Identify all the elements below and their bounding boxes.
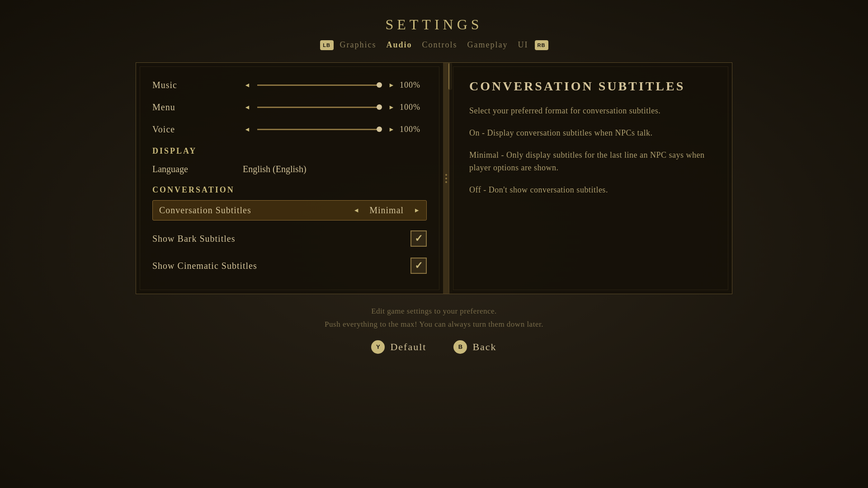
voice-value: 100% — [400, 125, 427, 134]
menu-dec-button[interactable]: ◄ — [243, 104, 252, 111]
voice-slider-container: ◄ ► 100% — [243, 125, 427, 134]
header: SETTINGS LB Graphics Audio Controls Game… — [320, 16, 548, 52]
nav-tabs: LB Graphics Audio Controls Gameplay UI R… — [320, 38, 548, 52]
voice-inc-button[interactable]: ► — [387, 126, 396, 133]
menu-label: Menu — [152, 102, 243, 113]
cinematic-subtitles-label: Show Cinematic Subtitles — [152, 261, 410, 271]
default-badge: Y — [371, 340, 385, 354]
voice-dec-button[interactable]: ◄ — [243, 126, 252, 133]
footer-hint-line1: Edit game settings to your preference. — [325, 305, 543, 318]
voice-label: Voice — [152, 124, 243, 135]
conv-value: Minimal — [364, 205, 409, 216]
info-text-4: Off - Don't show conversation subtitles. — [469, 183, 712, 197]
tab-ui[interactable]: UI — [514, 38, 532, 52]
language-value: English (English) — [243, 164, 307, 174]
cinematic-subtitles-checkbox[interactable]: ✓ — [410, 258, 427, 274]
menu-inc-button[interactable]: ► — [387, 104, 396, 111]
lb-badge[interactable]: LB — [320, 40, 334, 50]
footer-hint: Edit game settings to your preference. P… — [325, 305, 543, 331]
bark-subtitles-checkbox[interactable]: ✓ — [410, 230, 427, 247]
info-text-1: Select your preferred format for convers… — [469, 104, 712, 117]
default-button[interactable]: Y Default — [371, 340, 426, 354]
music-value: 100% — [400, 80, 427, 90]
bark-subtitles-label: Show Bark Subtitles — [152, 234, 410, 244]
cinematic-check-icon: ✓ — [415, 260, 423, 272]
footer-hint-line2: Push everything to the max! You can alwa… — [325, 318, 543, 331]
menu-slider-container: ◄ ► 100% — [243, 103, 427, 112]
divider-dot-3 — [445, 181, 447, 183]
conv-inc-button[interactable]: ► — [414, 207, 420, 214]
info-title: CONVERSATION SUBTITLES — [469, 79, 712, 94]
tab-gameplay[interactable]: Gameplay — [464, 38, 512, 52]
voice-slider-track[interactable] — [257, 129, 382, 130]
music-label: Music — [152, 80, 243, 90]
rb-badge[interactable]: RB — [535, 40, 548, 50]
music-slider-container: ◄ ► 100% — [243, 80, 427, 90]
back-button[interactable]: B Back — [453, 340, 496, 354]
music-inc-button[interactable]: ► — [387, 82, 396, 89]
page-title: SETTINGS — [320, 16, 548, 33]
display-section-header: DISPLAY — [152, 146, 427, 156]
info-text-2: On - Display conversation subtitles when… — [469, 127, 712, 140]
conv-value-container: ◄ Minimal ► — [353, 205, 420, 216]
bottom-buttons: Y Default B Back — [325, 340, 543, 354]
conv-dec-button[interactable]: ◄ — [353, 207, 359, 214]
menu-slider-track[interactable] — [257, 107, 382, 108]
right-panel: CONVERSATION SUBTITLES Select your prefe… — [449, 62, 732, 294]
footer: Edit game settings to your preference. P… — [325, 305, 543, 354]
back-badge: B — [453, 340, 467, 354]
conversation-section-header: CONVERSATION — [152, 185, 427, 195]
conv-subtitles-label: Conversation Subtitles — [159, 205, 353, 216]
music-row: Music ◄ ► 100% — [152, 76, 427, 94]
tab-controls[interactable]: Controls — [419, 38, 461, 52]
page-wrapper: SETTINGS LB Graphics Audio Controls Game… — [0, 0, 868, 488]
language-row: Language English (English) — [152, 161, 427, 177]
music-slider-track[interactable] — [257, 84, 382, 86]
back-label: Back — [472, 341, 496, 353]
tab-graphics[interactable]: Graphics — [336, 38, 380, 52]
default-label: Default — [390, 341, 426, 353]
conversation-subtitles-row[interactable]: Conversation Subtitles ◄ Minimal ► — [152, 200, 427, 221]
divider-dot-2 — [445, 178, 447, 179]
bark-subtitles-row: Show Bark Subtitles ✓ — [152, 226, 427, 251]
main-content: Music ◄ ► 100% Menu ◄ — [136, 62, 732, 294]
left-panel: Music ◄ ► 100% Menu ◄ — [136, 62, 443, 294]
voice-row: Voice ◄ ► 100% — [152, 121, 427, 138]
menu-value: 100% — [400, 103, 427, 112]
language-label: Language — [152, 164, 243, 174]
cinematic-subtitles-row: Show Cinematic Subtitles ✓ — [152, 253, 427, 278]
divider-dot-1 — [445, 174, 447, 176]
info-text-3: Minimal - Only display subtitles for the… — [469, 149, 712, 175]
bark-check-icon: ✓ — [415, 233, 423, 244]
music-dec-button[interactable]: ◄ — [243, 82, 252, 89]
menu-row: Menu ◄ ► 100% — [152, 99, 427, 116]
tab-audio[interactable]: Audio — [382, 38, 415, 52]
